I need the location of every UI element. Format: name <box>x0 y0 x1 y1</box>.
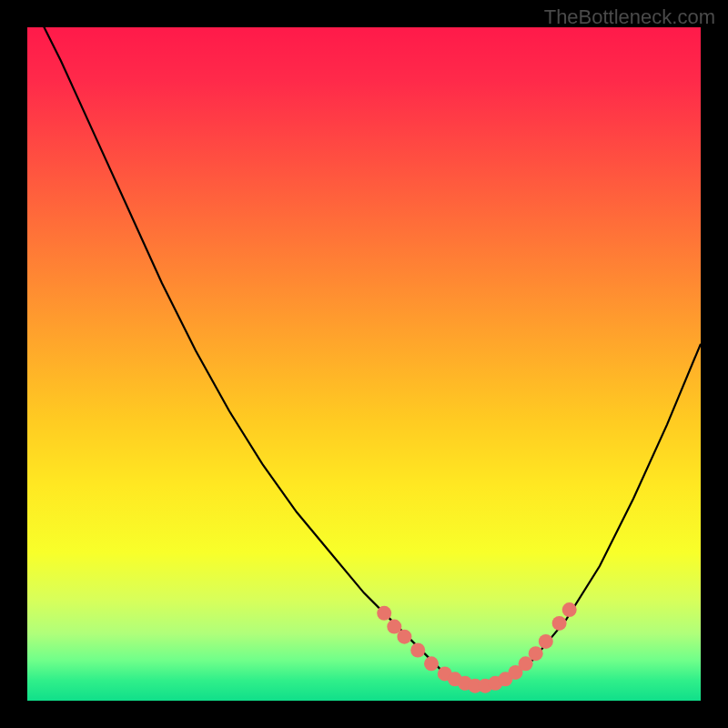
watermark-text: TheBottleneck.com <box>544 5 715 29</box>
optimum-markers-group <box>377 602 577 693</box>
bottleneck-curve <box>27 27 701 687</box>
marker-dot <box>562 602 577 617</box>
marker-dot <box>552 616 567 631</box>
marker-dot <box>529 646 543 661</box>
chart-svg <box>27 27 701 701</box>
marker-dot <box>377 606 391 621</box>
chart-container: TheBottleneck.com <box>0 0 728 728</box>
marker-dot <box>397 630 411 644</box>
marker-dot <box>424 656 439 671</box>
marker-dot <box>539 634 553 649</box>
plot-area <box>27 27 701 701</box>
marker-dot <box>410 643 425 658</box>
